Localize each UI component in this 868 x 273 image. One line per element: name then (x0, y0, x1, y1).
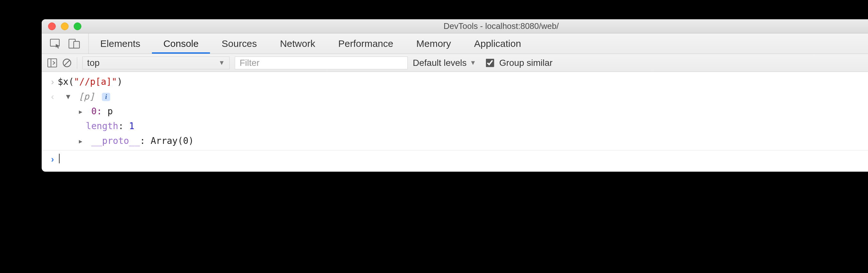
prop-value[interactable]: Array(0) (151, 136, 194, 146)
tab-elements[interactable]: Elements (89, 33, 152, 54)
disclosure-triangle-icon[interactable] (66, 91, 73, 102)
log-levels-selector[interactable]: Default levels ▼ (413, 57, 476, 68)
clear-console-icon[interactable] (62, 58, 72, 67)
inspect-tools (42, 33, 89, 54)
separator (77, 57, 77, 69)
prop-value[interactable]: p (107, 106, 113, 116)
group-similar-checkbox[interactable] (486, 58, 494, 67)
tab-performance[interactable]: Performance (327, 33, 405, 54)
console-output: › $x("//p[a]") ‹ [p] i 0: p length: 1 (42, 72, 868, 172)
context-label: top (87, 57, 100, 68)
tab-network[interactable]: Network (268, 33, 327, 54)
object-prop-row: 0: p (42, 104, 868, 119)
tab-console[interactable]: Console (152, 33, 210, 54)
execution-context-selector[interactable]: top ▼ (82, 56, 230, 69)
object-prop-row: length: 1 (42, 119, 868, 134)
info-icon[interactable]: i (102, 92, 110, 101)
devtools-window: DevTools - localhost:8080/web/ Elements … (42, 19, 868, 172)
svg-rect-2 (74, 41, 80, 48)
tab-label: Application (474, 38, 521, 49)
tab-label: Performance (338, 38, 393, 49)
input-marker-icon: › (48, 75, 58, 89)
prop-key: __proto__ (91, 136, 140, 146)
caret-down-icon: ▼ (470, 59, 476, 66)
disclosure-triangle-icon[interactable] (79, 106, 86, 116)
window-title: DevTools - localhost:8080/web/ (42, 21, 868, 31)
svg-rect-3 (48, 58, 57, 67)
tab-label: Network (280, 38, 315, 49)
group-similar-label: Group similar (499, 57, 552, 68)
tab-list: Elements Console Sources Network Perform… (89, 33, 533, 54)
tab-memory[interactable]: Memory (405, 33, 463, 54)
toggle-drawer-icon[interactable] (48, 58, 57, 67)
tab-sources[interactable]: Sources (210, 33, 269, 54)
tab-label: Sources (222, 38, 257, 49)
device-toggle-icon[interactable] (69, 38, 80, 48)
svg-line-6 (64, 60, 69, 65)
object-prop-row: __proto__: Array(0) (42, 134, 868, 148)
text-cursor (59, 154, 60, 163)
output-marker-icon: ‹ (48, 90, 58, 103)
tab-application[interactable]: Application (463, 33, 533, 54)
prop-value: 1 (129, 121, 135, 131)
tab-label: Console (163, 38, 199, 49)
prop-key: length (86, 121, 118, 131)
object-summary[interactable]: [p] (79, 91, 95, 102)
inspect-element-icon[interactable] (50, 38, 62, 48)
tab-label: Elements (100, 38, 141, 49)
caret-down-icon: ▼ (219, 59, 225, 66)
tab-label: Memory (416, 38, 451, 49)
console-prompt[interactable]: › (42, 151, 868, 172)
titlebar: DevTools - localhost:8080/web/ (42, 19, 868, 33)
console-toolbar: top ▼ Default levels ▼ Group similar (42, 54, 868, 72)
levels-label: Default levels (413, 57, 467, 68)
console-input-echo: › $x("//p[a]") (42, 75, 868, 89)
console-result-row: ‹ [p] i (42, 89, 868, 104)
prompt-marker-icon: › (48, 153, 58, 166)
code-string: "//p[a]" (74, 77, 117, 87)
panel-tabs: Elements Console Sources Network Perform… (42, 33, 868, 54)
disclosure-triangle-icon[interactable] (79, 136, 86, 146)
console-filter-input[interactable] (235, 56, 407, 69)
prop-key: 0 (91, 106, 97, 116)
code-fn: $x (58, 77, 69, 87)
